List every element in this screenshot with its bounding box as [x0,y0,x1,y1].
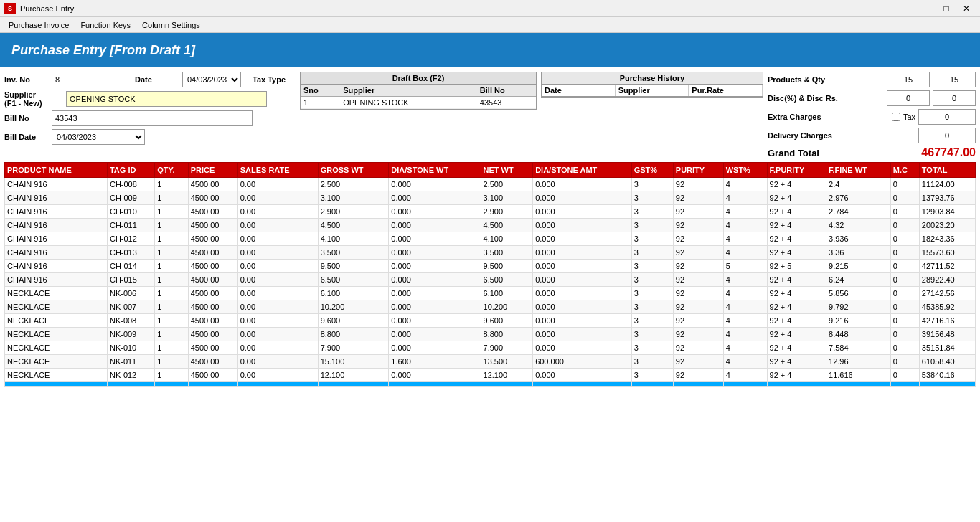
table-cell: 53840.16 [919,369,975,382]
table-cell: 4500.00 [188,328,237,341]
table-cell: 3 [631,273,673,287]
maximize-button[interactable]: □ [937,1,956,16]
table-cell: 92 [673,246,723,260]
table-row[interactable]: CHAIN 916CH-01214500.000.004.1000.0004.1… [5,232,976,246]
active-row-cell[interactable] [155,382,188,387]
table-row[interactable]: NECKLACENK-01114500.000.0015.1001.60013.… [5,355,976,369]
col-header-10: PURITY [673,163,723,178]
table-active-row[interactable] [5,382,976,387]
active-row-cell[interactable] [673,382,723,387]
delivery-charges-val[interactable] [918,128,976,143]
products-val[interactable] [887,72,930,87]
draft-cell-supplier: OPENING STOCK [340,97,477,109]
date-select[interactable]: 04/03/2023 [182,72,241,87]
supplier-input[interactable] [66,91,267,107]
active-row-cell[interactable] [533,382,632,387]
active-row-cell[interactable] [107,382,154,387]
menu-column-settings[interactable]: Column Settings [136,19,206,31]
table-cell: 4500.00 [188,273,237,287]
table-cell: 92 [673,219,723,232]
table-cell: 92 + 4 [767,300,826,314]
table-row[interactable]: CHAIN 916CH-00814500.000.002.5000.0002.5… [5,178,976,191]
table-cell: 6.500 [318,273,389,287]
active-row-cell[interactable] [318,382,389,387]
table-cell: 0 [890,232,919,246]
table-cell: 61058.40 [919,355,975,369]
table-cell: 2.784 [826,205,891,219]
table-cell: 3 [631,328,673,341]
minimize-button[interactable]: — [917,1,936,16]
grand-total-row: Grand Total 467747.00 [768,146,976,159]
active-row-cell[interactable] [481,382,533,387]
active-row-cell[interactable] [188,382,237,387]
active-row-cell[interactable] [767,382,826,387]
menu-purchase-invoice[interactable]: Purchase Invoice [3,19,75,31]
table-row[interactable]: NECKLACENK-01214500.000.0012.1000.00012.… [5,369,976,382]
extra-charges-tax-checkbox[interactable] [892,113,900,121]
table-cell: 4 [723,287,767,300]
table-row[interactable]: NECKLACENK-00914500.000.008.8000.0008.80… [5,328,976,341]
delivery-charges-row: Delivery Charges [768,128,976,143]
close-button[interactable]: ✕ [957,1,976,16]
active-row-cell[interactable] [826,382,891,387]
table-cell: 45385.92 [919,300,975,314]
table-row[interactable]: NECKLACENK-01014500.000.007.9000.0007.90… [5,341,976,355]
extra-charges-val[interactable] [918,109,976,125]
table-cell: 4.100 [318,232,389,246]
table-row[interactable]: NECKLACENK-00714500.000.0010.2000.00010.… [5,300,976,314]
history-col-purrate: Pur.Rate [689,85,763,96]
table-cell: 92 [673,341,723,355]
table-cell: 92 [673,287,723,300]
table-cell: 0 [890,191,919,205]
table-cell: 13793.76 [919,191,975,205]
table-cell: 3 [631,219,673,232]
table-row[interactable]: CHAIN 916CH-01014500.000.002.9000.0002.9… [5,205,976,219]
bill-no-input[interactable] [52,110,253,126]
table-cell: 42711.52 [919,260,975,273]
active-row-cell[interactable] [5,382,108,387]
draft-col-billno: Bill No [477,85,536,97]
table-cell: 9.500 [318,260,389,273]
active-row-cell[interactable] [890,382,919,387]
table-cell: 92 + 4 [767,178,826,191]
table-row[interactable]: NECKLACENK-00814500.000.009.6000.0009.60… [5,314,976,328]
active-row-cell[interactable] [389,382,481,387]
table-cell: NECKLACE [5,314,108,328]
col-header-9: GST% [631,163,673,178]
table-row[interactable]: CHAIN 916CH-01314500.000.003.5000.0003.5… [5,246,976,260]
menu-function-keys[interactable]: Function Keys [75,19,136,31]
table-cell: 18243.36 [919,232,975,246]
table-row[interactable]: NECKLACENK-00614500.000.006.1000.0006.10… [5,287,976,300]
data-table-container[interactable]: PRODUCT NAMETAG IDQTY.PRICESALES RATEGRO… [4,162,976,482]
table-cell: 2.900 [318,205,389,219]
draft-box-header: Draft Box (F2) [301,72,536,85]
table-cell: 0.000 [389,273,481,287]
disc-pct-val[interactable] [887,90,930,106]
table-cell: 1 [155,287,188,300]
table-row[interactable]: CHAIN 916CH-01514500.000.006.5000.0006.5… [5,273,976,287]
table-cell: CH-009 [107,191,154,205]
active-row-cell[interactable] [237,382,318,387]
right-panel: Products & Qty Disc(%) & Disc Rs. Extra … [768,72,976,159]
qty-val[interactable] [933,72,976,87]
table-cell: NK-011 [107,355,154,369]
table-cell: 1 [155,300,188,314]
table-row[interactable]: CHAIN 916CH-01114500.000.004.5000.0004.5… [5,219,976,232]
table-cell: 3 [631,232,673,246]
table-row[interactable]: CHAIN 916CH-00914500.000.003.1000.0003.1… [5,191,976,205]
active-row-cell[interactable] [919,382,975,387]
table-cell: 0.000 [533,328,632,341]
table-cell: 0.00 [237,219,318,232]
table-cell: 11124.00 [919,178,975,191]
table-cell: 0.000 [533,273,632,287]
table-cell: 0.00 [237,287,318,300]
active-row-cell[interactable] [723,382,767,387]
disc-rs-val[interactable] [933,90,976,106]
table-cell: 4500.00 [188,246,237,260]
inv-no-input[interactable] [52,72,123,87]
table-row[interactable]: CHAIN 916CH-01414500.000.009.5000.0009.5… [5,260,976,273]
table-cell: 92 [673,178,723,191]
table-cell: 0.000 [533,300,632,314]
active-row-cell[interactable] [631,382,673,387]
bill-date-select[interactable]: 04/03/2023 [52,129,145,145]
